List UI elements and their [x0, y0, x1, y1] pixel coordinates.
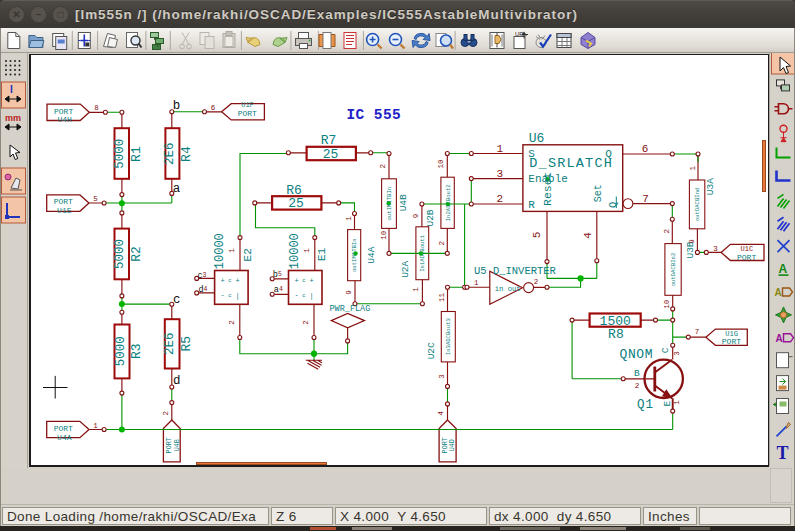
- svg-text:PWR_FLAG: PWR_FLAG: [330, 304, 371, 314]
- svg-text:c: c: [228, 292, 231, 299]
- svg-text:1: 1: [673, 400, 681, 405]
- svg-text:In1ADCBout1: In1ADCBout1: [419, 234, 426, 272]
- svg-text:a: a: [173, 182, 181, 196]
- svg-text:1: 1: [93, 422, 98, 430]
- svg-text:1: 1: [689, 166, 697, 171]
- svg-text:Reset: Reset: [541, 171, 554, 206]
- svg-text:U4A: U4A: [366, 246, 377, 263]
- svg-text:1: 1: [496, 143, 503, 155]
- svg-text:c: c: [228, 277, 231, 284]
- svg-text:A: A: [775, 287, 782, 298]
- svg-text:R4: R4: [179, 146, 194, 162]
- svg-text:U5 D_INVERTER: U5 D_INVERTER: [474, 265, 557, 277]
- svg-text:|: |: [235, 292, 239, 300]
- svg-text:10000: 10000: [214, 233, 228, 269]
- svg-text:5000: 5000: [114, 336, 128, 366]
- svg-text:Q1: Q1: [637, 398, 654, 412]
- svg-text:outIMITBIn: outIMITBIn: [386, 187, 393, 221]
- svg-text:U4A: U4A: [57, 433, 72, 442]
- svg-text:c: c: [302, 277, 305, 284]
- svg-text:2: 2: [438, 241, 446, 246]
- svg-text:R3: R3: [129, 343, 144, 359]
- svg-text:2E6: 2E6: [163, 143, 177, 166]
- svg-text:U3A: U3A: [705, 178, 716, 195]
- svg-text:B: B: [634, 368, 640, 379]
- svg-text:5000: 5000: [113, 139, 127, 169]
- svg-text:U2B: U2B: [425, 209, 436, 226]
- svg-text:c: c: [173, 293, 181, 307]
- svg-text:1: 1: [303, 248, 311, 253]
- svg-text:2: 2: [534, 278, 539, 286]
- svg-text:2: 2: [162, 411, 170, 416]
- svg-text:5: 5: [531, 232, 543, 239]
- svg-text:E2: E2: [242, 248, 255, 262]
- svg-text:10: 10: [663, 299, 671, 309]
- svg-text:6: 6: [642, 143, 649, 155]
- svg-text:25: 25: [288, 196, 304, 211]
- svg-text:In3ADCBout3: In3ADCBout3: [445, 318, 452, 355]
- svg-text:1: 1: [345, 216, 353, 221]
- svg-text:10: 10: [380, 230, 388, 240]
- svg-text:7: 7: [695, 328, 700, 336]
- svg-text:U6: U6: [529, 131, 545, 146]
- svg-text:3: 3: [673, 351, 681, 356]
- svg-text:Q: Q: [605, 148, 612, 160]
- svg-text:9: 9: [688, 239, 696, 244]
- svg-text:6: 6: [211, 104, 216, 112]
- svg-text:outDACBInd: outDACBInd: [694, 188, 701, 222]
- svg-text:PORT: PORT: [238, 109, 257, 118]
- svg-text:outDACBIn2: outDACBIn2: [670, 253, 677, 287]
- svg-text:IC 555: IC 555: [347, 107, 402, 123]
- svg-text:in out: in out: [495, 285, 521, 293]
- svg-text:2E6: 2E6: [163, 333, 177, 356]
- svg-text:Set: Set: [593, 184, 604, 202]
- svg-text:-: -: [220, 291, 224, 299]
- svg-text:T: T: [777, 443, 789, 463]
- svg-text:PORT: PORT: [54, 197, 73, 206]
- svg-text:10: 10: [438, 159, 446, 169]
- svg-text:7: 7: [642, 193, 649, 205]
- svg-text:E: E: [662, 401, 673, 407]
- svg-text:4: 4: [279, 286, 283, 293]
- svg-text:9: 9: [345, 290, 353, 295]
- svg-text:2: 2: [302, 320, 310, 325]
- svg-text:PORT: PORT: [737, 253, 756, 262]
- svg-text:2: 2: [496, 193, 503, 205]
- svg-text:5000: 5000: [113, 239, 127, 269]
- svg-text:QNOM: QNOM: [620, 347, 654, 362]
- svg-text:5: 5: [278, 271, 282, 278]
- svg-text:9: 9: [412, 214, 420, 219]
- svg-text:PORT: PORT: [722, 337, 741, 346]
- svg-text:R2: R2: [129, 246, 144, 262]
- svg-text:R7: R7: [321, 133, 337, 148]
- svg-text:2: 2: [379, 164, 387, 169]
- svg-text:U4B: U4B: [173, 439, 181, 451]
- svg-text:R8: R8: [608, 327, 624, 342]
- svg-text:4: 4: [582, 232, 594, 239]
- svg-text:R5: R5: [179, 336, 194, 352]
- svg-text:U4H: U4H: [57, 115, 72, 124]
- svg-text:mm: mm: [5, 113, 21, 123]
- svg-text:|: |: [309, 292, 313, 300]
- svg-text:C: C: [660, 347, 671, 353]
- svg-text:+: +: [309, 277, 313, 285]
- svg-text:2: 2: [228, 320, 236, 325]
- svg-text:+: +: [220, 277, 224, 285]
- svg-text:R: R: [528, 199, 535, 211]
- svg-text:PORT: PORT: [165, 437, 173, 453]
- svg-text:4: 4: [438, 411, 446, 416]
- svg-text:2: 2: [635, 382, 640, 390]
- svg-text:4: 4: [204, 286, 208, 293]
- svg-text:-: -: [294, 291, 298, 299]
- svg-text:c: c: [302, 292, 305, 299]
- svg-text:+: +: [235, 277, 239, 285]
- svg-text:R1: R1: [129, 146, 144, 162]
- svg-text:+: +: [294, 277, 298, 285]
- svg-text:3: 3: [438, 374, 446, 379]
- svg-text:3: 3: [496, 168, 503, 180]
- svg-text:A: A: [776, 333, 783, 344]
- svg-text:U4D: U4D: [448, 439, 456, 451]
- svg-text:U4B: U4B: [398, 194, 409, 211]
- svg-text:PORT: PORT: [54, 424, 73, 433]
- svg-text:U2C: U2C: [426, 342, 437, 359]
